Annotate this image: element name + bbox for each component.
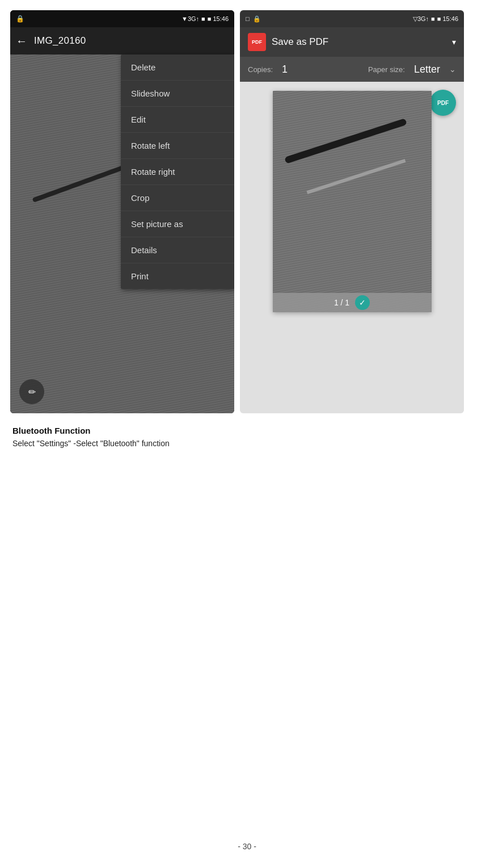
print-page-preview: 1 / 1 ✓	[273, 91, 432, 312]
print-pen-highlight	[306, 159, 406, 194]
copies-label: Copies:	[248, 65, 273, 74]
print-dropdown-arrow[interactable]: ▾	[452, 37, 456, 47]
bluetooth-description: Select "Settings" -Select "Bluetooth" fu…	[12, 439, 482, 448]
print-options: Copies: 1 Paper size: Letter ⌄	[240, 57, 464, 82]
expand-icon[interactable]: ⌄	[449, 65, 456, 74]
menu-item-crop[interactable]: Crop	[121, 185, 234, 211]
phone-left: 🔒 ▼3G↑ ■ ■ 15:46 ← IMG_20160 ✏ D	[10, 10, 234, 413]
status-left-icons: □ 🔒	[246, 15, 261, 23]
edit-icon: ✏	[28, 387, 36, 397]
menu-item-delete[interactable]: Delete	[121, 54, 234, 81]
pdf-icon: PDF	[248, 33, 266, 51]
screenshots-row: 🔒 ▼3G↑ ■ ■ 15:46 ← IMG_20160 ✏ D	[0, 0, 494, 413]
copies-value: 1	[282, 64, 288, 76]
lock-icon: 🔒	[16, 15, 24, 23]
page-counter-bar: 1 / 1 ✓	[273, 293, 432, 312]
checkmark-icon: ✓	[359, 298, 366, 307]
print-content: PDF 1 / 1 ✓	[240, 82, 464, 413]
edit-fab-button[interactable]: ✏	[19, 379, 44, 404]
menu-item-details[interactable]: Details	[121, 237, 234, 263]
paper-size-label: Paper size:	[368, 65, 405, 74]
menu-item-edit[interactable]: Edit	[121, 107, 234, 133]
menu-item-rotate-left[interactable]: Rotate left	[121, 133, 234, 159]
fab-pdf-button[interactable]: PDF	[430, 90, 456, 116]
time-left: ■ 15:46	[208, 15, 229, 22]
print-photo	[273, 91, 432, 312]
status-right-icons: ▼3G↑ ■ ■ 15:46	[181, 15, 229, 22]
print-title: Save as PDF	[272, 36, 446, 48]
status-right-icons-right: ▽3G↑ ■ ■ 15:46	[413, 15, 458, 23]
page-counter-text: 1 / 1	[334, 298, 349, 307]
app-bar-left: ← IMG_20160	[10, 27, 234, 54]
menu-item-rotate-right[interactable]: Rotate right	[121, 159, 234, 185]
phone-right: □ 🔒 ▽3G↑ ■ ■ 15:46 PDF Save as PDF ▾ Cop…	[240, 10, 464, 413]
print-pen-body	[284, 118, 407, 164]
time-right: ■ 15:46	[437, 15, 458, 22]
fab-pdf-icon: PDF	[437, 100, 449, 106]
photo-title: IMG_20160	[34, 35, 86, 47]
check-circle-icon[interactable]: ✓	[355, 295, 370, 310]
page-number: - 30 -	[0, 842, 494, 851]
paper-size-value: Letter	[414, 64, 440, 76]
bluetooth-title: Bluetooth Function	[12, 426, 482, 435]
battery-icon-right: ■	[431, 15, 435, 22]
lock-icon-right: 🔒	[253, 15, 261, 23]
print-icon: □	[246, 15, 250, 22]
battery-icon: ■	[201, 15, 205, 22]
menu-item-slideshow[interactable]: Slideshow	[121, 81, 234, 107]
text-section: Bluetooth Function Select "Settings" -Se…	[0, 413, 494, 448]
signal-icon: ▼3G↑	[181, 15, 199, 22]
signal-icon-right: ▽3G↑	[413, 15, 429, 23]
menu-item-print[interactable]: Print	[121, 263, 234, 289]
print-header: PDF Save as PDF ▾	[240, 27, 464, 57]
menu-item-set-picture-as[interactable]: Set picture as	[121, 211, 234, 237]
back-arrow-icon[interactable]: ←	[16, 35, 27, 48]
status-bar-left: 🔒 ▼3G↑ ■ ■ 15:46	[10, 10, 234, 27]
context-menu: Delete Slideshow Edit Rotate left Rotate…	[121, 54, 234, 289]
status-bar-right: □ 🔒 ▽3G↑ ■ ■ 15:46	[240, 10, 464, 27]
